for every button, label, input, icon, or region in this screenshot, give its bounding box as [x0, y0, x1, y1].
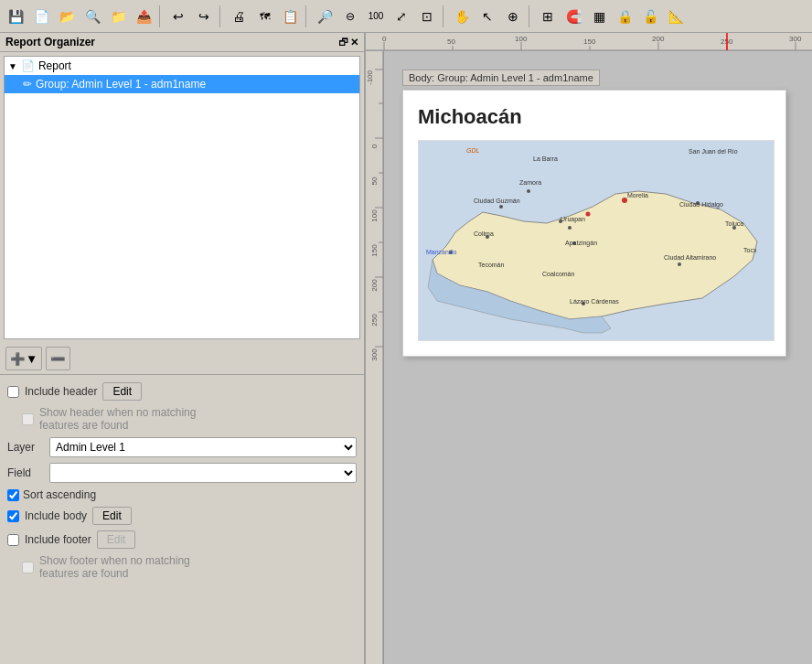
- main-area: Report Organizer 🗗 ✕ ▼ 📄 Report ✏ Group:…: [0, 33, 812, 664]
- show-header-checkbox[interactable]: [22, 413, 34, 425]
- include-body-label: Include body: [25, 509, 87, 522]
- field-label: Field: [7, 466, 44, 479]
- svg-text:150: 150: [583, 37, 596, 46]
- map-container: GDL La Barra San Juan del Río Zamora Ciu…: [418, 140, 775, 341]
- report-organizer-title: Report Organizer: [5, 36, 95, 48]
- include-footer-checkbox[interactable]: [7, 534, 19, 546]
- report-title: Michoacán: [418, 105, 771, 129]
- atlas2-button[interactable]: 📋: [278, 5, 302, 28]
- include-header-row: Include header Edit: [7, 382, 357, 401]
- unlock-button[interactable]: 🔓: [638, 5, 662, 28]
- restore-icon[interactable]: 🗗: [338, 37, 348, 48]
- close-icon[interactable]: ✕: [350, 37, 358, 48]
- sort-ascending-label: Sort ascending: [23, 488, 96, 501]
- save-button[interactable]: 💾: [4, 5, 27, 28]
- svg-text:100: 100: [515, 35, 528, 43]
- group-node-label: Group: Admin Level 1 - adm1name: [36, 78, 206, 91]
- tree-group-node[interactable]: ✏ Group: Admin Level 1 - adm1name: [5, 75, 359, 93]
- zoom-fit-button[interactable]: ⤢: [390, 5, 413, 28]
- atlas-button[interactable]: 🗺: [252, 5, 276, 28]
- open-button[interactable]: 📂: [55, 5, 79, 28]
- undo-button[interactable]: ↩: [166, 5, 190, 28]
- sep3: [305, 5, 309, 27]
- svg-text:Ciudad Altamirano: Ciudad Altamirano: [664, 254, 716, 261]
- pan-button[interactable]: ✋: [450, 5, 474, 28]
- collapse-arrow: ▼: [8, 61, 17, 71]
- guides-button[interactable]: 📐: [664, 5, 688, 28]
- svg-text:Lázaro Cárdenas: Lázaro Cárdenas: [570, 298, 619, 305]
- show-footer-label: Show footer when no matching features ar…: [39, 554, 190, 580]
- sep2: [219, 5, 223, 27]
- svg-text:-100: -100: [366, 70, 374, 85]
- print-button[interactable]: 🖨: [227, 5, 251, 28]
- svg-text:Toluca: Toluca: [725, 220, 743, 227]
- canvas-scroll[interactable]: -100 0 50 100 150: [366, 51, 812, 664]
- organizer-toolbar: ➕ ▼ ➖: [0, 343, 364, 374]
- svg-text:Zamora: Zamora: [519, 179, 541, 186]
- layer-select[interactable]: Admin Level 1: [49, 437, 357, 457]
- sort-ascending-checkbox[interactable]: [7, 489, 19, 501]
- svg-text:Colima: Colima: [474, 230, 494, 237]
- zoom-in-button[interactable]: 🔎: [313, 5, 337, 28]
- svg-text:San Juan del Río: San Juan del Río: [689, 148, 738, 155]
- properties-panel: Include header Edit Show header when no …: [0, 375, 364, 664]
- edit-header-button[interactable]: Edit: [102, 382, 142, 401]
- edit-body-button[interactable]: Edit: [92, 507, 132, 525]
- svg-text:Tecomán: Tecomán: [478, 262, 505, 268]
- svg-text:Morelia: Morelia: [627, 192, 648, 198]
- zoom-full-button[interactable]: ⊡: [415, 5, 439, 28]
- new-button[interactable]: 📄: [29, 5, 53, 28]
- add-icon: ➕: [10, 352, 26, 366]
- svg-text:100: 100: [370, 209, 379, 222]
- svg-text:Apatzingán: Apatzingán: [565, 240, 597, 247]
- svg-text:Tocx: Tocx: [743, 247, 757, 253]
- move-button[interactable]: ⊕: [501, 5, 525, 28]
- svg-text:0: 0: [382, 35, 387, 43]
- zoom-percent-button[interactable]: 100: [364, 5, 388, 28]
- field-select[interactable]: [49, 463, 357, 483]
- svg-text:0: 0: [370, 144, 379, 148]
- include-body-checkbox[interactable]: [7, 510, 19, 522]
- layer-label: Layer: [7, 441, 44, 454]
- export-button[interactable]: 📤: [132, 5, 155, 28]
- report-tree: ▼ 📄 Report ✏ Group: Admin Level 1 - adm1…: [4, 56, 360, 339]
- remove-group-button[interactable]: ➖: [46, 347, 70, 370]
- group-button[interactable]: ▦: [587, 5, 611, 28]
- tree-report-node[interactable]: ▼ 📄 Report: [5, 57, 359, 75]
- report-card[interactable]: Michoacán: [402, 90, 786, 357]
- show-header-row: Show header when no matching features ar…: [7, 406, 357, 432]
- zoom-out-button[interactable]: ⊖: [338, 5, 362, 28]
- print-preview-button[interactable]: 🔍: [80, 5, 104, 28]
- svg-text:Uruapan: Uruapan: [561, 216, 585, 223]
- include-header-checkbox[interactable]: [7, 386, 19, 398]
- svg-text:200: 200: [370, 279, 379, 292]
- add-dropdown-icon: ▼: [26, 352, 37, 366]
- field-row: Field: [7, 463, 357, 483]
- svg-point-41: [499, 205, 503, 209]
- show-footer-row: Show footer when no matching features ar…: [7, 554, 357, 580]
- select-button[interactable]: ↖: [475, 5, 499, 28]
- ruler-left: -100 0 50 100 150: [366, 51, 384, 664]
- redo-button[interactable]: ↪: [192, 5, 216, 28]
- layer-row: Layer Admin Level 1: [7, 437, 357, 457]
- svg-point-37: [586, 212, 591, 217]
- svg-text:200: 200: [652, 35, 665, 43]
- include-footer-label: Include footer: [25, 533, 91, 546]
- svg-text:300: 300: [370, 348, 379, 361]
- snap-button[interactable]: 🧲: [561, 5, 585, 28]
- sep4: [443, 5, 446, 27]
- show-footer-checkbox[interactable]: [22, 562, 34, 573]
- add-group-button[interactable]: ➕ ▼: [5, 347, 42, 370]
- svg-text:Ciudad Guzmán: Ciudad Guzmán: [474, 198, 520, 204]
- sep5: [529, 5, 532, 27]
- edit-footer-button[interactable]: Edit: [97, 530, 136, 549]
- svg-text:50: 50: [370, 177, 379, 185]
- body-label: Body: Group: Admin Level 1 - adm1name: [402, 70, 600, 86]
- include-body-row: Include body Edit: [7, 507, 357, 525]
- folder-button[interactable]: 📁: [106, 5, 130, 28]
- lock-button[interactable]: 🔒: [613, 5, 636, 28]
- svg-point-40: [527, 189, 530, 193]
- remove-icon: ➖: [50, 352, 66, 366]
- grid-button[interactable]: ⊞: [536, 5, 560, 28]
- sort-row: Sort ascending: [7, 488, 357, 501]
